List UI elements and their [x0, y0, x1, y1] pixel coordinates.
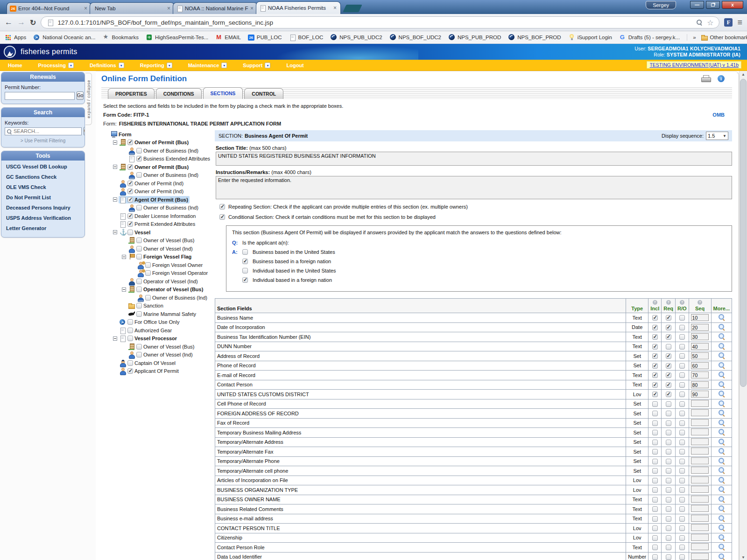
magnifier-icon[interactable] — [719, 381, 725, 387]
req-checkbox[interactable] — [666, 545, 671, 550]
tree-item[interactable]: Foreign Vessel Owner — [102, 261, 210, 269]
magnifier-icon[interactable] — [719, 467, 725, 473]
magnifier-icon[interactable] — [719, 525, 725, 531]
incl-checkbox[interactable] — [652, 535, 658, 541]
permit-number-input[interactable] — [5, 92, 75, 100]
magnifier-icon[interactable] — [719, 496, 725, 502]
tree-expander-icon[interactable] — [113, 230, 117, 234]
tree-item-checkbox[interactable] — [136, 156, 142, 161]
ro-checkbox[interactable] — [679, 459, 685, 464]
magnifier-icon[interactable] — [719, 448, 725, 454]
seq-input[interactable] — [691, 496, 709, 503]
tree-item[interactable]: Owner of Business (Ind) — [102, 171, 210, 180]
ro-checkbox[interactable] — [679, 545, 685, 550]
incl-checkbox[interactable] — [652, 420, 658, 426]
magnifier-icon[interactable] — [719, 391, 725, 397]
tree-item[interactable]: Owner of Business (Ind) — [102, 147, 210, 155]
magnifier-icon[interactable] — [719, 314, 725, 320]
tree-item-checkbox[interactable] — [136, 205, 142, 210]
req-checkbox[interactable] — [666, 315, 671, 321]
magnifier-icon[interactable] — [719, 420, 725, 426]
tree-item-checkbox[interactable] — [136, 287, 142, 292]
tree-expander-icon[interactable] — [113, 197, 117, 202]
help-icon[interactable]: ? — [653, 300, 657, 305]
incl-checkbox[interactable] — [652, 449, 658, 455]
nav-item-support[interactable]: Support▼ — [235, 60, 278, 70]
tree-item[interactable]: Foreign Vessel Operator — [102, 269, 210, 278]
tab-conditions[interactable]: CONDITIONS — [156, 88, 202, 99]
bookmark-item[interactable]: NPS_PUB_UDC2 — [330, 34, 382, 41]
nav-item-maintenance[interactable]: Maintenance▼ — [180, 60, 235, 70]
repeating-section-checkbox[interactable] — [219, 204, 225, 210]
tree-item-checkbox[interactable] — [145, 262, 151, 268]
tree-item-checkbox[interactable] — [136, 172, 142, 178]
ro-checkbox[interactable] — [679, 440, 685, 445]
magnifier-icon[interactable] — [719, 429, 725, 435]
req-checkbox[interactable] — [666, 554, 671, 560]
ro-checkbox[interactable] — [679, 554, 685, 560]
incl-checkbox[interactable] — [652, 459, 658, 464]
tree-item-checkbox[interactable] — [127, 140, 133, 145]
ro-checkbox[interactable] — [679, 334, 685, 340]
tree-item-checkbox[interactable] — [127, 360, 133, 366]
seq-input[interactable] — [691, 534, 709, 541]
tree-item[interactable]: Owner of Permit (Ind) — [102, 179, 210, 188]
seq-input[interactable] — [691, 505, 709, 512]
nav-item-home[interactable]: Home — [0, 60, 30, 70]
incl-checkbox[interactable] — [652, 554, 658, 560]
ro-checkbox[interactable] — [679, 411, 685, 416]
magnifier-icon[interactable] — [719, 410, 725, 416]
tree-item-checkbox[interactable] — [127, 328, 133, 333]
nav-item-processing[interactable]: Processing▼ — [30, 60, 82, 70]
tree-item[interactable]: Owner of Vessel (Bus) — [102, 343, 210, 351]
answer-checkbox[interactable] — [242, 277, 248, 283]
help-icon[interactable]: ? — [666, 300, 671, 305]
magnifier-icon[interactable] — [719, 553, 725, 560]
incl-checkbox[interactable] — [652, 497, 658, 503]
zoom-lens-icon[interactable] — [697, 20, 702, 25]
ro-checkbox[interactable] — [679, 487, 685, 493]
tree-item-checkbox[interactable] — [136, 148, 142, 154]
new-tab-button[interactable] — [343, 5, 362, 12]
seq-input[interactable] — [691, 515, 709, 522]
tree-item[interactable]: Owner of Permit (Bus) — [102, 139, 210, 147]
incl-checkbox[interactable] — [652, 440, 658, 445]
tree-item-checkbox[interactable] — [136, 254, 142, 259]
minimize-button[interactable]: — — [690, 1, 704, 9]
tree-item[interactable]: Owner of Vessel (Bus) — [102, 237, 210, 245]
tree-item[interactable]: Dealer License Information — [102, 212, 210, 220]
req-checkbox[interactable] — [666, 430, 671, 435]
magnifier-icon[interactable] — [719, 362, 725, 368]
search-go-button[interactable]: Go — [84, 127, 85, 135]
tree-expander-icon[interactable] — [122, 255, 126, 259]
help-icon[interactable]: ? — [680, 300, 684, 305]
tree-item[interactable]: Applicant Of Permit — [102, 367, 210, 376]
browser-tab[interactable]: 26Error 404--Not Found× — [7, 2, 92, 14]
req-checkbox[interactable] — [666, 478, 671, 483]
seq-input[interactable] — [691, 409, 709, 416]
seq-input[interactable]: 60 — [691, 362, 709, 369]
seq-input[interactable]: 20 — [691, 324, 709, 331]
incl-checkbox[interactable] — [652, 353, 658, 359]
tool-link[interactable]: USCG Vessel DB Lookup — [5, 161, 81, 172]
seq-input[interactable] — [691, 428, 709, 435]
tree-item-checkbox[interactable] — [136, 311, 142, 317]
incl-checkbox[interactable] — [652, 372, 658, 378]
ro-checkbox[interactable] — [679, 497, 685, 503]
tree-item-checkbox[interactable] — [136, 303, 142, 308]
bookmark-item[interactable]: Drafts (5) - sergey.k... — [619, 34, 680, 41]
req-checkbox[interactable] — [666, 535, 671, 541]
tree-item[interactable]: Vessel — [102, 228, 210, 237]
magnifier-icon[interactable] — [719, 352, 725, 358]
tool-link[interactable]: USPS Address Verification — [5, 213, 81, 223]
bookmark-item[interactable]: NPS_PUB_PROD — [448, 34, 501, 41]
req-checkbox[interactable] — [666, 420, 671, 426]
incl-checkbox[interactable] — [652, 487, 658, 493]
ro-checkbox[interactable] — [679, 372, 685, 378]
req-checkbox[interactable] — [666, 325, 671, 330]
tree-item-checkbox[interactable] — [127, 189, 133, 194]
expand-collapse-strip[interactable]: expand / collapse — [85, 73, 92, 125]
answer-checkbox[interactable] — [242, 259, 248, 264]
tree-item-checkbox[interactable] — [127, 319, 133, 325]
ro-checkbox[interactable] — [679, 401, 685, 407]
